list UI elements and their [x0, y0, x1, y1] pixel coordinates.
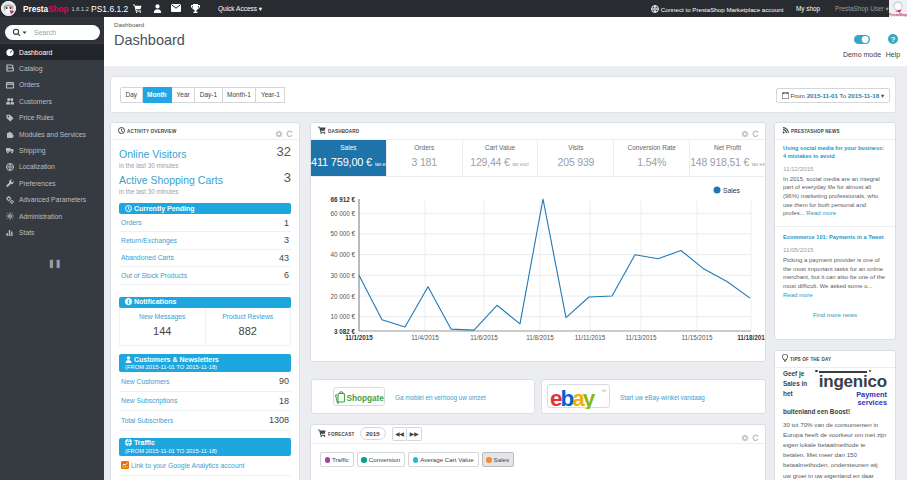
svg-text:11/1/2015: 11/1/2015 — [345, 334, 373, 341]
svg-text:66 912 €: 66 912 € — [330, 196, 355, 203]
svg-text:11/13/2015: 11/13/2015 — [625, 334, 657, 341]
svg-text:Sales: Sales — [723, 187, 741, 194]
svg-text:20 000 €: 20 000 € — [330, 293, 355, 300]
svg-text:11/8/2015: 11/8/2015 — [526, 334, 554, 341]
svg-text:?: ? — [891, 35, 896, 44]
svg-text:40 000 €: 40 000 € — [330, 251, 355, 258]
svg-text:PrestaShop: PrestaShop — [889, 13, 907, 17]
svg-text:ebay: ebay — [550, 386, 596, 410]
svg-text:™: ™ — [601, 388, 606, 394]
svg-text:10 000 €: 10 000 € — [330, 313, 355, 320]
svg-text:11/11/2015: 11/11/2015 — [575, 334, 606, 341]
svg-text:11/15/2015: 11/15/2015 — [681, 334, 713, 341]
svg-text:11/6/2015: 11/6/2015 — [470, 334, 498, 341]
svg-text:Shopgate: Shopgate — [347, 394, 385, 403]
svg-text:60 000 €: 60 000 € — [330, 210, 355, 217]
svg-text:11/18/201: 11/18/201 — [737, 334, 765, 341]
svg-text:50 000 €: 50 000 € — [330, 230, 355, 237]
svg-text:11/4/2015: 11/4/2015 — [411, 334, 439, 341]
svg-text:30 000 €: 30 000 € — [330, 272, 355, 279]
